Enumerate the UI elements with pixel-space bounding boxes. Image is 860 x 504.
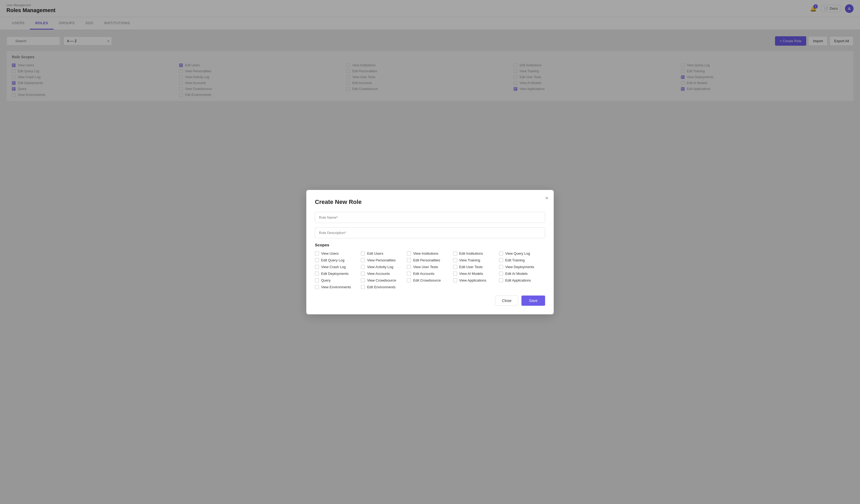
- scope-checkbox-edit-deployments[interactable]: [315, 272, 319, 276]
- scope-item: View Training: [453, 258, 499, 262]
- modal-overlay[interactable]: Create New Role × Scopes View UsersEdit …: [0, 0, 860, 504]
- close-button[interactable]: Close: [495, 296, 518, 306]
- scope-item: Edit Crowdsource: [407, 278, 453, 282]
- scope-item: View Query Log: [499, 251, 545, 255]
- scope-item: Edit User Tests: [453, 265, 499, 269]
- scope-label: View Deployments: [505, 265, 534, 269]
- scope-checkbox-edit-crowdsource[interactable]: [407, 278, 411, 282]
- scope-checkbox-view-environments[interactable]: [315, 285, 319, 289]
- scope-label: View Environments: [321, 285, 351, 289]
- scope-item: Edit Accounts: [407, 272, 453, 276]
- scope-checkbox-view-training[interactable]: [453, 258, 457, 262]
- scope-label: View Accounts: [367, 272, 390, 276]
- scopes-grid: View UsersEdit UsersView InstitutionsEdi…: [315, 251, 545, 289]
- scope-checkbox-view-institutions[interactable]: [407, 251, 411, 255]
- scope-checkbox-edit-ai-models[interactable]: [499, 272, 503, 276]
- scope-label: View Applications: [459, 278, 486, 282]
- scope-checkbox-edit-users[interactable]: [361, 251, 365, 255]
- scope-checkbox-edit-institutions[interactable]: [453, 251, 457, 255]
- scope-label: View AI Models: [459, 272, 483, 276]
- scope-checkbox-edit-environments[interactable]: [361, 285, 365, 289]
- scope-label: Edit Institutions: [459, 251, 483, 255]
- scope-item: Edit Users: [361, 251, 407, 255]
- scope-item: Edit Training: [499, 258, 545, 262]
- scope-label: Edit User Tests: [459, 265, 483, 269]
- scope-label: View Personalities: [367, 258, 396, 262]
- scope-label: View Crash Log: [321, 265, 346, 269]
- scope-checkbox-edit-personalities[interactable]: [407, 258, 411, 262]
- scope-checkbox-edit-training[interactable]: [499, 258, 503, 262]
- scope-checkbox-view-query-log[interactable]: [499, 251, 503, 255]
- scope-checkbox-edit-user-tests[interactable]: [453, 265, 457, 269]
- scope-label: Edit Environments: [367, 285, 396, 289]
- scope-label: Edit Training: [505, 258, 525, 262]
- scope-label: Edit Crowdsource: [413, 278, 441, 282]
- scope-label: View Crowdsource: [367, 278, 396, 282]
- scope-item: View Deployments: [499, 265, 545, 269]
- scope-item: View User Tests: [407, 265, 453, 269]
- scope-checkbox-query[interactable]: [315, 278, 319, 282]
- scope-label: Edit AI Models: [505, 272, 528, 276]
- scope-item: View Crash Log: [315, 265, 361, 269]
- scope-checkbox-view-users[interactable]: [315, 251, 319, 255]
- scope-item: View Personalities: [361, 258, 407, 262]
- scope-item: View Users: [315, 251, 361, 255]
- scope-item: View Environments: [315, 285, 361, 289]
- role-description-input[interactable]: [315, 227, 545, 238]
- scope-checkbox-view-deployments[interactable]: [499, 265, 503, 269]
- scope-item: View AI Models: [453, 272, 499, 276]
- scope-checkbox-edit-applications[interactable]: [499, 278, 503, 282]
- scope-item: Query: [315, 278, 361, 282]
- scope-label: View User Tests: [413, 265, 438, 269]
- scope-checkbox-view-crash-log[interactable]: [315, 265, 319, 269]
- scope-label: View Activity Log: [367, 265, 393, 269]
- scope-label: Edit Deployments: [321, 272, 348, 276]
- scope-checkbox-edit-query-log[interactable]: [315, 258, 319, 262]
- scope-item: Edit Environments: [361, 285, 407, 289]
- scopes-title: Scopes: [315, 242, 545, 247]
- scope-checkbox-view-ai-models[interactable]: [453, 272, 457, 276]
- modal-title: Create New Role: [315, 198, 545, 206]
- modal-footer: Close Save: [315, 296, 545, 306]
- scope-label: View Training: [459, 258, 480, 262]
- scope-label: Edit Personalities: [413, 258, 440, 262]
- modal-close-button[interactable]: ×: [545, 195, 548, 201]
- scope-item: Edit Deployments: [315, 272, 361, 276]
- scope-item: View Accounts: [361, 272, 407, 276]
- create-role-modal: Create New Role × Scopes View UsersEdit …: [306, 190, 554, 314]
- scope-item: View Institutions: [407, 251, 453, 255]
- scope-label: Query: [321, 278, 330, 282]
- save-button[interactable]: Save: [521, 296, 545, 306]
- scope-checkbox-view-crowdsource[interactable]: [361, 278, 365, 282]
- scope-label: View Query Log: [505, 251, 530, 255]
- scope-label: Edit Applications: [505, 278, 531, 282]
- scope-item: View Crowdsource: [361, 278, 407, 282]
- scope-item: Edit AI Models: [499, 272, 545, 276]
- scope-checkbox-edit-accounts[interactable]: [407, 272, 411, 276]
- scope-checkbox-view-activity-log[interactable]: [361, 265, 365, 269]
- scope-checkbox-view-applications[interactable]: [453, 278, 457, 282]
- scope-item: View Activity Log: [361, 265, 407, 269]
- scope-item: Edit Institutions: [453, 251, 499, 255]
- scope-label: Edit Users: [367, 251, 383, 255]
- scope-label: Edit Query Log: [321, 258, 344, 262]
- scope-item: View Applications: [453, 278, 499, 282]
- scope-checkbox-view-accounts[interactable]: [361, 272, 365, 276]
- scope-item: Edit Applications: [499, 278, 545, 282]
- scope-label: View Institutions: [413, 251, 438, 255]
- scope-item: Edit Personalities: [407, 258, 453, 262]
- scope-checkbox-view-personalities[interactable]: [361, 258, 365, 262]
- role-name-input[interactable]: [315, 212, 545, 223]
- scope-item: Edit Query Log: [315, 258, 361, 262]
- scope-label: View Users: [321, 251, 339, 255]
- scope-label: Edit Accounts: [413, 272, 434, 276]
- scope-checkbox-view-user-tests[interactable]: [407, 265, 411, 269]
